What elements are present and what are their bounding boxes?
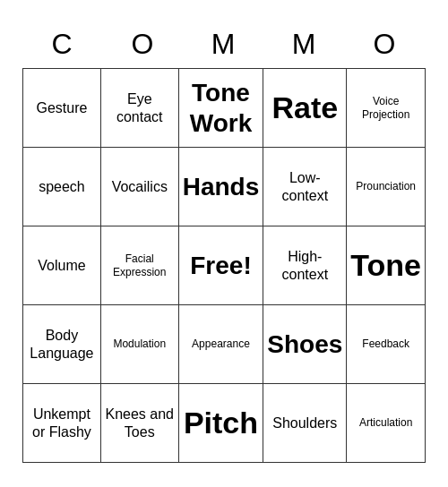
bingo-cell-15[interactable]: Body Language bbox=[23, 305, 101, 384]
header-o2: O bbox=[345, 24, 426, 64]
bingo-card: C O M M O GestureEye contactTone WorkRat… bbox=[13, 15, 435, 472]
bingo-cell-6[interactable]: Vocailics bbox=[101, 148, 179, 226]
header-m1: M bbox=[184, 24, 264, 64]
bingo-cell-23[interactable]: Shoulders bbox=[263, 384, 347, 463]
bingo-cell-14[interactable]: Tone bbox=[347, 226, 426, 305]
bingo-cell-17[interactable]: Appearance bbox=[179, 305, 264, 384]
bingo-cell-10[interactable]: Volume bbox=[23, 226, 101, 305]
bingo-cell-8[interactable]: Low-context bbox=[263, 148, 347, 226]
bingo-cell-1[interactable]: Eye contact bbox=[101, 69, 179, 148]
bingo-cell-9[interactable]: Prounciation bbox=[347, 148, 426, 226]
header-c: C bbox=[22, 24, 103, 64]
bingo-cell-0[interactable]: Gesture bbox=[23, 69, 101, 148]
bingo-header: C O M M O bbox=[22, 24, 426, 64]
bingo-cell-7[interactable]: Hands bbox=[179, 148, 264, 226]
header-m2: M bbox=[264, 24, 345, 64]
bingo-cell-3[interactable]: Rate bbox=[263, 69, 347, 148]
bingo-cell-2[interactable]: Tone Work bbox=[179, 69, 264, 148]
bingo-cell-13[interactable]: High-context bbox=[263, 226, 347, 305]
bingo-cell-5[interactable]: speech bbox=[23, 148, 101, 226]
bingo-cell-24[interactable]: Articulation bbox=[347, 384, 426, 463]
bingo-cell-22[interactable]: Pitch bbox=[179, 384, 264, 463]
bingo-cell-20[interactable]: Unkempt or Flashy bbox=[23, 384, 101, 463]
bingo-cell-18[interactable]: Shoes bbox=[263, 305, 347, 384]
bingo-cell-12[interactable]: Free! bbox=[179, 226, 264, 305]
bingo-cell-21[interactable]: Knees and Toes bbox=[101, 384, 179, 463]
bingo-cell-11[interactable]: Facial Expression bbox=[101, 226, 179, 305]
bingo-grid: GestureEye contactTone WorkRateVoice Pro… bbox=[22, 68, 426, 463]
header-o1: O bbox=[103, 24, 184, 64]
bingo-cell-16[interactable]: Modulation bbox=[101, 305, 179, 384]
bingo-cell-19[interactable]: Feedback bbox=[347, 305, 426, 384]
bingo-cell-4[interactable]: Voice Projection bbox=[347, 69, 426, 148]
